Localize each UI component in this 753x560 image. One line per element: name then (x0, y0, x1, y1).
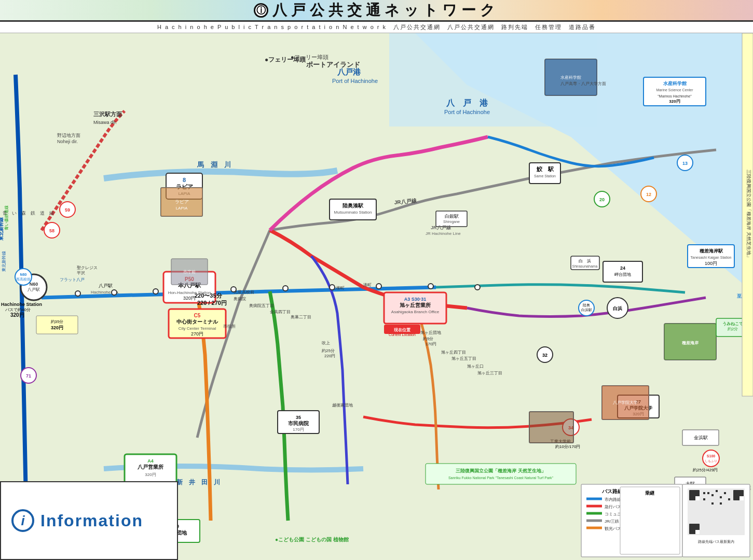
svg-text:現在位置: 現在位置 (393, 328, 410, 332)
svg-text:うみねこで: うみねこで (722, 321, 744, 326)
svg-rect-113 (529, 412, 573, 443)
svg-point-163 (283, 286, 288, 291)
svg-rect-126 (426, 464, 576, 484)
svg-text:越後家団地: 越後家団地 (332, 403, 353, 408)
svg-text:青　い　森　鉄　道　線: 青 い 森 鉄 道 線 (3, 211, 54, 216)
svg-text:陸奥湊駅: 陸奥湊駅 (343, 203, 364, 208)
svg-text:八戸駅: 八戸駅 (28, 287, 40, 292)
svg-rect-218 (703, 498, 705, 500)
svg-text:水産科学館: 水産科学館 (663, 80, 687, 86)
information-panel: i Information (0, 481, 178, 560)
svg-text:乗継: 乗継 (645, 491, 655, 496)
svg-text:59: 59 (65, 207, 70, 213)
svg-text:City Center Terminal: City Center Terminal (179, 326, 216, 331)
svg-text:N60: N60 (30, 282, 38, 287)
svg-text:100円: 100円 (705, 261, 717, 266)
svg-text:岬台団地: 岬台団地 (614, 272, 631, 277)
svg-text:12: 12 (646, 192, 651, 197)
svg-text:市役所: 市役所 (223, 324, 236, 329)
svg-text:観光バス: 観光バス (605, 526, 621, 531)
svg-text:Hachinohe Station: Hachinohe Station (1, 302, 42, 307)
svg-text:320円: 320円 (669, 99, 680, 104)
svg-text:金浜駅: 金浜駅 (694, 435, 708, 440)
svg-text:Misawa dir.: Misawa dir. (93, 120, 117, 125)
svg-text:8: 8 (183, 177, 186, 183)
svg-text:Current Location: Current Location (389, 333, 416, 337)
svg-text:170円: 170円 (426, 342, 436, 346)
svg-text:フラット八戸: フラット八戸 (60, 277, 85, 282)
svg-text:市民病院: 市民病院 (288, 421, 309, 426)
svg-rect-221 (728, 498, 730, 500)
svg-text:58: 58 (49, 228, 54, 233)
svg-text:路線先端バス最新案内: 路線先端バス最新案内 (698, 539, 734, 543)
svg-text:A4: A4 (147, 458, 154, 464)
svg-text:旭ヶ丘口: 旭ヶ丘口 (467, 364, 484, 369)
info-label: Information (40, 511, 143, 530)
subtitle-text: H a c h i n o h e P u b l i c T r a n s … (157, 23, 596, 31)
svg-text:Mutsuminato Station: Mutsuminato Station (334, 210, 372, 215)
svg-text:Sanriku Fukko National Park "T: Sanriku Fukko National Park "Tanesashi C… (448, 476, 554, 480)
svg-point-90 (703, 450, 719, 467)
svg-text:35: 35 (296, 415, 301, 420)
svg-text:Marine Science Center: Marine Science Center (656, 88, 693, 92)
svg-text:白浜駅: 白浜駅 (581, 308, 592, 312)
svg-text:320円: 320円 (51, 325, 63, 330)
svg-text:旭ヶ丘五丁目: 旭ヶ丘五丁目 (451, 356, 476, 361)
svg-text:約10分/170円: 約10分/170円 (555, 444, 580, 449)
svg-text:奥病院五丁目: 奥病院五丁目 (249, 303, 274, 308)
svg-text:JR/三鉄: JR/三鉄 (605, 519, 619, 524)
svg-text:32: 32 (542, 353, 547, 358)
svg-rect-30 (330, 199, 376, 220)
svg-text:C5: C5 (194, 313, 201, 318)
svg-text:白　浜: 白 浜 (579, 259, 591, 263)
svg-text:新　井　田　川: 新 井 田 川 (176, 479, 220, 486)
svg-text:白銀駅: 白銀駅 (445, 214, 459, 219)
svg-text:光星高校前: 光星高校前 (234, 290, 254, 295)
svg-rect-210 (740, 496, 744, 500)
svg-text:金高四丁目: 金高四丁目 (270, 310, 291, 314)
svg-rect-215 (716, 490, 718, 492)
svg-text:●こども公園 こどもの国 植物館: ●こども公園 こどもの国 植物館 (275, 537, 349, 542)
svg-text:220 / 270円: 220 / 270円 (197, 300, 227, 306)
svg-rect-216 (720, 496, 722, 498)
svg-text:"Marinos Hachinohe": "Marinos Hachinohe" (658, 94, 692, 98)
svg-text:約2分: 約2分 (728, 327, 738, 331)
svg-rect-209 (695, 496, 700, 500)
svg-text:種差海岸: 種差海岸 (681, 341, 699, 345)
svg-text:青い森鉄道線: 青い森鉄道線 (4, 205, 9, 230)
svg-text:奥病院: 奥病院 (234, 297, 246, 301)
svg-text:約35分: 約35分 (51, 319, 64, 324)
svg-text:旭ヶ丘三丁目: 旭ヶ丘三丁目 (477, 371, 502, 375)
svg-text:三陸復興国立公園「種差海岸 天然芝生地」: 三陸復興国立公園「種差海岸 天然芝生地」 (746, 170, 751, 260)
svg-rect-220 (720, 502, 722, 505)
svg-text:A3 S30·31: A3 S30·31 (404, 297, 427, 302)
map-container: 馬 淵 川 新 井 田 川 JR八戸線 (0, 33, 753, 560)
svg-rect-214 (711, 494, 714, 496)
svg-text:320円: 320円 (183, 296, 196, 301)
svg-text:ラピア: ラピア (175, 199, 189, 204)
svg-text:バスで約40分: バスで約40分 (5, 307, 31, 312)
svg-text:旭ヶ丘四丁目: 旭ヶ丘四丁目 (441, 350, 466, 355)
svg-text:Port of Hachinohe: Port of Hachinohe (444, 109, 490, 115)
svg-text:八戸港: 八戸港 (337, 67, 361, 76)
svg-point-161 (153, 289, 158, 294)
title-info-icon: ⓘ (254, 3, 268, 18)
svg-text:Tanesashi Kaigan Station: Tanesashi Kaigan Station (691, 256, 732, 260)
svg-point-167 (475, 285, 480, 290)
svg-point-162 (231, 287, 236, 292)
svg-text:市庁前: 市庁前 (183, 270, 196, 274)
svg-text:320円: 320円 (145, 472, 156, 477)
svg-point-166 (428, 284, 433, 289)
svg-text:中心街ターミナル: 中心街ターミナル (176, 319, 218, 325)
svg-text:220〜35分: 220〜35分 (195, 292, 223, 299)
svg-text:八戸駅: 八戸駅 (99, 283, 113, 288)
title-text: 八戸公共交通ネットワーク (272, 1, 499, 20)
svg-point-75 (15, 269, 32, 285)
title-bar: ⓘ 八戸公共交通ネットワーク (0, 0, 753, 22)
subtitle-bar: H a c h i n o h e P u b l i c T r a n s … (0, 22, 753, 33)
svg-point-165 (376, 284, 381, 289)
svg-rect-219 (711, 502, 714, 505)
svg-text:N60: N60 (20, 273, 27, 276)
svg-text:20: 20 (599, 197, 605, 202)
svg-text:320円: 320円 (10, 312, 24, 318)
